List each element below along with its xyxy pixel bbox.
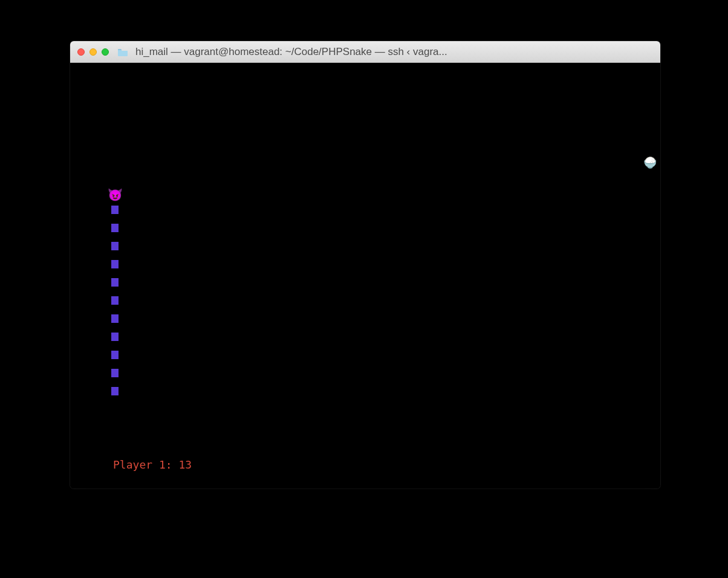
snake-segment [111, 387, 119, 395]
snake-segment [111, 278, 119, 287]
snake-segment [111, 296, 119, 305]
close-button[interactable] [77, 48, 85, 56]
score-value: 13 [178, 458, 192, 471]
terminal-window: hi_mail — vagrant@homestead: ~/Code/PHPS… [70, 41, 660, 489]
window-titlebar: hi_mail — vagrant@homestead: ~/Code/PHPS… [70, 41, 660, 63]
folder-icon [117, 48, 128, 56]
snake-segment [111, 260, 119, 268]
score-label: Player 1: [113, 458, 178, 471]
snake-segment [111, 224, 119, 232]
snake-segment [111, 333, 119, 341]
snake-segment [111, 369, 119, 377]
snake-segment [111, 206, 119, 214]
terminal-body[interactable]: 🍚 😈 Player 1: 13 [70, 63, 660, 489]
snake-segment [111, 314, 119, 323]
snake-head: 😈 [108, 189, 120, 201]
traffic-lights [77, 48, 109, 56]
minimize-button[interactable] [89, 48, 97, 56]
snake-segment [111, 242, 119, 250]
score-display: Player 1: 13 [74, 446, 192, 484]
food-item: 🍚 [643, 157, 657, 168]
maximize-button[interactable] [102, 48, 109, 56]
window-title: hi_mail — vagrant@homestead: ~/Code/PHPS… [135, 46, 653, 58]
snake-segment [111, 351, 119, 359]
